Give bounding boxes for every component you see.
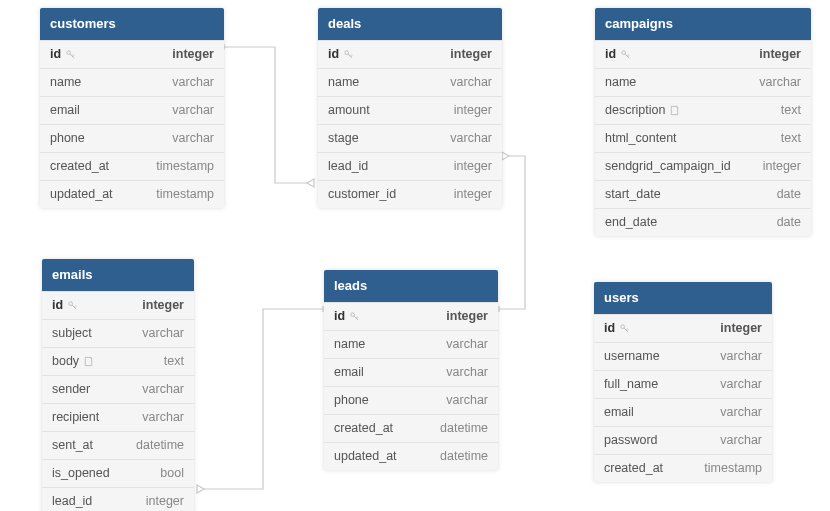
column-row[interactable]: bodytext [42, 347, 194, 375]
column-row[interactable]: namevarchar [595, 68, 811, 96]
column-type: varchar [446, 337, 488, 352]
column-name-text: email [334, 365, 364, 380]
column-row[interactable]: passwordvarchar [594, 426, 772, 454]
column-row[interactable]: emailvarchar [324, 358, 498, 386]
column-type: datetime [136, 438, 184, 453]
column-row[interactable]: idinteger [318, 40, 502, 68]
column-row[interactable]: updated_attimestamp [40, 180, 224, 208]
column-row[interactable]: sendgrid_campaign_idinteger [595, 152, 811, 180]
svg-marker-1 [502, 152, 509, 160]
column-name-text: full_name [604, 377, 658, 392]
column-type: varchar [446, 393, 488, 408]
column-row[interactable]: namevarchar [324, 330, 498, 358]
column-name: id [604, 321, 630, 336]
column-row[interactable]: sendervarchar [42, 375, 194, 403]
column-row[interactable]: lead_idinteger [42, 487, 194, 511]
column-row[interactable]: created_atdatetime [324, 414, 498, 442]
table-header-emails[interactable]: emails [42, 259, 194, 291]
column-type: timestamp [704, 461, 762, 476]
table-customers[interactable]: customersidintegernamevarcharemailvarcha… [40, 8, 224, 208]
svg-point-8 [621, 325, 625, 329]
table-header-deals[interactable]: deals [318, 8, 502, 40]
column-name-text: id [604, 321, 615, 336]
table-emails[interactable]: emailsidintegersubjectvarcharbodytextsen… [42, 259, 194, 511]
table-users[interactable]: usersidintegerusernamevarcharfull_nameva… [594, 282, 772, 482]
column-type: integer [450, 47, 492, 62]
column-name: name [50, 75, 81, 90]
column-name-text: sender [52, 382, 90, 397]
column-row[interactable]: recipientvarchar [42, 403, 194, 431]
column-name: id [334, 309, 360, 324]
column-name-text: username [604, 349, 660, 364]
table-leads[interactable]: leadsidintegernamevarcharemailvarcharpho… [324, 270, 498, 470]
column-type: varchar [720, 349, 762, 364]
key-icon [343, 49, 354, 60]
column-name: id [328, 47, 354, 62]
column-row[interactable]: namevarchar [318, 68, 502, 96]
svg-marker-0 [307, 179, 314, 187]
column-row[interactable]: idinteger [40, 40, 224, 68]
column-type: timestamp [156, 187, 214, 202]
column-name: created_at [334, 421, 393, 436]
table-header-users[interactable]: users [594, 282, 772, 314]
column-row[interactable]: created_attimestamp [594, 454, 772, 482]
column-name: id [605, 47, 631, 62]
table-header-customers[interactable]: customers [40, 8, 224, 40]
column-row[interactable]: namevarchar [40, 68, 224, 96]
column-type: text [781, 131, 801, 146]
svg-marker-2 [197, 485, 204, 493]
column-name: id [50, 47, 76, 62]
column-row[interactable]: emailvarchar [40, 96, 224, 124]
column-type: varchar [172, 75, 214, 90]
column-row[interactable]: updated_atdatetime [324, 442, 498, 470]
column-row[interactable]: emailvarchar [594, 398, 772, 426]
column-name: html_content [605, 131, 677, 146]
column-type: integer [454, 187, 492, 202]
column-row[interactable]: customer_idinteger [318, 180, 502, 208]
column-name-text: amount [328, 103, 370, 118]
column-row[interactable]: is_openedbool [42, 459, 194, 487]
column-row[interactable]: idinteger [595, 40, 811, 68]
note-icon [669, 105, 680, 116]
column-row[interactable]: full_namevarchar [594, 370, 772, 398]
column-row[interactable]: html_contenttext [595, 124, 811, 152]
column-row[interactable]: usernamevarchar [594, 342, 772, 370]
column-row[interactable]: idinteger [594, 314, 772, 342]
column-name: subject [52, 326, 92, 341]
column-row[interactable]: stagevarchar [318, 124, 502, 152]
column-name-text: subject [52, 326, 92, 341]
column-name-text: id [328, 47, 339, 62]
column-row[interactable]: descriptiontext [595, 96, 811, 124]
column-row[interactable]: phonevarchar [40, 124, 224, 152]
column-name-text: name [605, 75, 636, 90]
column-name-text: html_content [605, 131, 677, 146]
table-header-leads[interactable]: leads [324, 270, 498, 302]
column-row[interactable]: idinteger [324, 302, 498, 330]
column-name: name [334, 337, 365, 352]
column-name: is_opened [52, 466, 110, 481]
column-row[interactable]: idinteger [42, 291, 194, 319]
column-name-text: recipient [52, 410, 99, 425]
column-row[interactable]: phonevarchar [324, 386, 498, 414]
column-name: email [334, 365, 364, 380]
table-header-campaigns[interactable]: campaigns [595, 8, 811, 40]
column-row[interactable]: lead_idinteger [318, 152, 502, 180]
table-campaigns[interactable]: campaignsidintegernamevarchardescription… [595, 8, 811, 236]
column-type: varchar [720, 405, 762, 420]
column-row[interactable]: end_datedate [595, 208, 811, 236]
column-name-text: created_at [334, 421, 393, 436]
column-row[interactable]: sent_atdatetime [42, 431, 194, 459]
table-deals[interactable]: dealsidintegernamevarcharamountintegerst… [318, 8, 502, 208]
column-row[interactable]: start_datedate [595, 180, 811, 208]
key-icon [65, 49, 76, 60]
svg-point-7 [351, 313, 355, 317]
column-name: stage [328, 131, 359, 146]
column-row[interactable]: amountinteger [318, 96, 502, 124]
column-name: sent_at [52, 438, 93, 453]
key-icon [620, 49, 631, 60]
column-row[interactable]: subjectvarchar [42, 319, 194, 347]
column-name-text: phone [334, 393, 369, 408]
column-name: email [50, 103, 80, 118]
column-row[interactable]: created_attimestamp [40, 152, 224, 180]
svg-point-5 [622, 51, 626, 55]
